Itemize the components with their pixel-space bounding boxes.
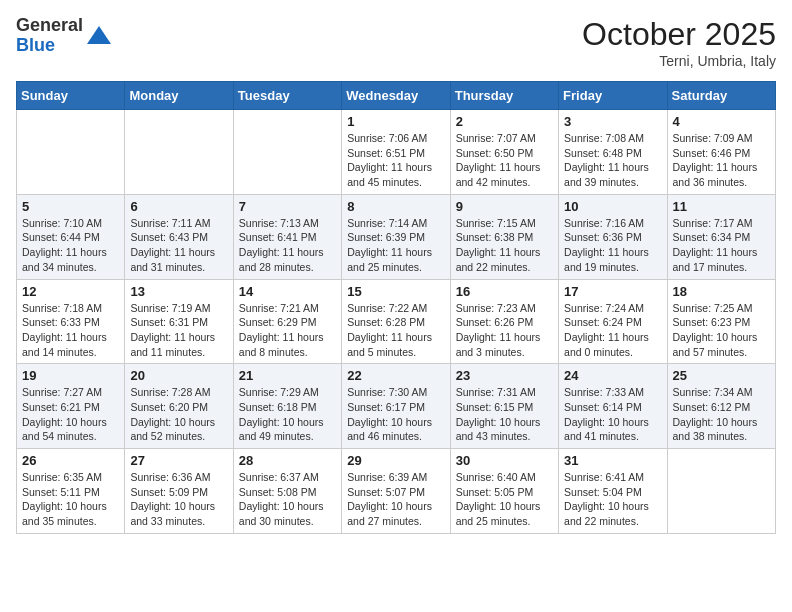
- day-info: Sunrise: 7:13 AM Sunset: 6:41 PM Dayligh…: [239, 216, 336, 275]
- weekday-header-monday: Monday: [125, 82, 233, 110]
- day-number: 28: [239, 453, 336, 468]
- calendar-cell: 30Sunrise: 6:40 AM Sunset: 5:05 PM Dayli…: [450, 449, 558, 534]
- logo-general: General: [16, 16, 83, 36]
- calendar-cell: 31Sunrise: 6:41 AM Sunset: 5:04 PM Dayli…: [559, 449, 667, 534]
- day-number: 7: [239, 199, 336, 214]
- day-info: Sunrise: 6:36 AM Sunset: 5:09 PM Dayligh…: [130, 470, 227, 529]
- day-number: 17: [564, 284, 661, 299]
- day-number: 9: [456, 199, 553, 214]
- day-number: 25: [673, 368, 770, 383]
- calendar-cell: 18Sunrise: 7:25 AM Sunset: 6:23 PM Dayli…: [667, 279, 775, 364]
- day-info: Sunrise: 7:33 AM Sunset: 6:14 PM Dayligh…: [564, 385, 661, 444]
- day-info: Sunrise: 6:39 AM Sunset: 5:07 PM Dayligh…: [347, 470, 444, 529]
- weekday-header-wednesday: Wednesday: [342, 82, 450, 110]
- calendar-cell: 20Sunrise: 7:28 AM Sunset: 6:20 PM Dayli…: [125, 364, 233, 449]
- day-number: 13: [130, 284, 227, 299]
- day-info: Sunrise: 6:40 AM Sunset: 5:05 PM Dayligh…: [456, 470, 553, 529]
- day-number: 14: [239, 284, 336, 299]
- calendar-cell: 6Sunrise: 7:11 AM Sunset: 6:43 PM Daylig…: [125, 194, 233, 279]
- calendar-cell: 25Sunrise: 7:34 AM Sunset: 6:12 PM Dayli…: [667, 364, 775, 449]
- weekday-header-tuesday: Tuesday: [233, 82, 341, 110]
- calendar-cell: 19Sunrise: 7:27 AM Sunset: 6:21 PM Dayli…: [17, 364, 125, 449]
- day-number: 18: [673, 284, 770, 299]
- day-number: 31: [564, 453, 661, 468]
- calendar-cell: 11Sunrise: 7:17 AM Sunset: 6:34 PM Dayli…: [667, 194, 775, 279]
- calendar-cell: 27Sunrise: 6:36 AM Sunset: 5:09 PM Dayli…: [125, 449, 233, 534]
- day-info: Sunrise: 7:06 AM Sunset: 6:51 PM Dayligh…: [347, 131, 444, 190]
- day-number: 11: [673, 199, 770, 214]
- day-number: 3: [564, 114, 661, 129]
- day-number: 20: [130, 368, 227, 383]
- day-info: Sunrise: 7:08 AM Sunset: 6:48 PM Dayligh…: [564, 131, 661, 190]
- day-info: Sunrise: 7:14 AM Sunset: 6:39 PM Dayligh…: [347, 216, 444, 275]
- day-number: 5: [22, 199, 119, 214]
- calendar-cell: 16Sunrise: 7:23 AM Sunset: 6:26 PM Dayli…: [450, 279, 558, 364]
- weekday-header-sunday: Sunday: [17, 82, 125, 110]
- calendar-cell: 5Sunrise: 7:10 AM Sunset: 6:44 PM Daylig…: [17, 194, 125, 279]
- day-info: Sunrise: 7:23 AM Sunset: 6:26 PM Dayligh…: [456, 301, 553, 360]
- day-info: Sunrise: 7:15 AM Sunset: 6:38 PM Dayligh…: [456, 216, 553, 275]
- calendar-cell: 3Sunrise: 7:08 AM Sunset: 6:48 PM Daylig…: [559, 110, 667, 195]
- day-number: 30: [456, 453, 553, 468]
- day-number: 6: [130, 199, 227, 214]
- calendar-cell: 13Sunrise: 7:19 AM Sunset: 6:31 PM Dayli…: [125, 279, 233, 364]
- calendar-cell: 26Sunrise: 6:35 AM Sunset: 5:11 PM Dayli…: [17, 449, 125, 534]
- day-number: 12: [22, 284, 119, 299]
- day-info: Sunrise: 7:17 AM Sunset: 6:34 PM Dayligh…: [673, 216, 770, 275]
- calendar-cell: 15Sunrise: 7:22 AM Sunset: 6:28 PM Dayli…: [342, 279, 450, 364]
- day-info: Sunrise: 7:09 AM Sunset: 6:46 PM Dayligh…: [673, 131, 770, 190]
- day-number: 4: [673, 114, 770, 129]
- calendar-cell: 7Sunrise: 7:13 AM Sunset: 6:41 PM Daylig…: [233, 194, 341, 279]
- day-info: Sunrise: 7:25 AM Sunset: 6:23 PM Dayligh…: [673, 301, 770, 360]
- day-info: Sunrise: 7:19 AM Sunset: 6:31 PM Dayligh…: [130, 301, 227, 360]
- logo-icon: [85, 22, 113, 50]
- day-info: Sunrise: 7:10 AM Sunset: 6:44 PM Dayligh…: [22, 216, 119, 275]
- logo-blue: Blue: [16, 36, 83, 56]
- day-info: Sunrise: 7:31 AM Sunset: 6:15 PM Dayligh…: [456, 385, 553, 444]
- calendar-cell: 8Sunrise: 7:14 AM Sunset: 6:39 PM Daylig…: [342, 194, 450, 279]
- day-number: 27: [130, 453, 227, 468]
- day-info: Sunrise: 6:37 AM Sunset: 5:08 PM Dayligh…: [239, 470, 336, 529]
- calendar-cell: 28Sunrise: 6:37 AM Sunset: 5:08 PM Dayli…: [233, 449, 341, 534]
- calendar-cell: 24Sunrise: 7:33 AM Sunset: 6:14 PM Dayli…: [559, 364, 667, 449]
- calendar-cell: 1Sunrise: 7:06 AM Sunset: 6:51 PM Daylig…: [342, 110, 450, 195]
- day-number: 8: [347, 199, 444, 214]
- calendar-week-row: 19Sunrise: 7:27 AM Sunset: 6:21 PM Dayli…: [17, 364, 776, 449]
- day-info: Sunrise: 7:21 AM Sunset: 6:29 PM Dayligh…: [239, 301, 336, 360]
- day-number: 24: [564, 368, 661, 383]
- day-info: Sunrise: 7:16 AM Sunset: 6:36 PM Dayligh…: [564, 216, 661, 275]
- weekday-header-thursday: Thursday: [450, 82, 558, 110]
- day-info: Sunrise: 6:35 AM Sunset: 5:11 PM Dayligh…: [22, 470, 119, 529]
- day-number: 2: [456, 114, 553, 129]
- calendar-cell: 23Sunrise: 7:31 AM Sunset: 6:15 PM Dayli…: [450, 364, 558, 449]
- day-number: 22: [347, 368, 444, 383]
- day-info: Sunrise: 7:07 AM Sunset: 6:50 PM Dayligh…: [456, 131, 553, 190]
- day-number: 29: [347, 453, 444, 468]
- weekday-header-row: SundayMondayTuesdayWednesdayThursdayFrid…: [17, 82, 776, 110]
- calendar-week-row: 12Sunrise: 7:18 AM Sunset: 6:33 PM Dayli…: [17, 279, 776, 364]
- day-info: Sunrise: 7:34 AM Sunset: 6:12 PM Dayligh…: [673, 385, 770, 444]
- calendar-table: SundayMondayTuesdayWednesdayThursdayFrid…: [16, 81, 776, 534]
- calendar-cell: 9Sunrise: 7:15 AM Sunset: 6:38 PM Daylig…: [450, 194, 558, 279]
- calendar-week-row: 1Sunrise: 7:06 AM Sunset: 6:51 PM Daylig…: [17, 110, 776, 195]
- weekday-header-friday: Friday: [559, 82, 667, 110]
- day-info: Sunrise: 7:22 AM Sunset: 6:28 PM Dayligh…: [347, 301, 444, 360]
- location: Terni, Umbria, Italy: [582, 53, 776, 69]
- day-number: 26: [22, 453, 119, 468]
- weekday-header-saturday: Saturday: [667, 82, 775, 110]
- calendar-week-row: 5Sunrise: 7:10 AM Sunset: 6:44 PM Daylig…: [17, 194, 776, 279]
- calendar-cell: 10Sunrise: 7:16 AM Sunset: 6:36 PM Dayli…: [559, 194, 667, 279]
- month-title: October 2025: [582, 16, 776, 53]
- svg-marker-0: [87, 26, 111, 44]
- calendar-cell: 2Sunrise: 7:07 AM Sunset: 6:50 PM Daylig…: [450, 110, 558, 195]
- day-info: Sunrise: 7:24 AM Sunset: 6:24 PM Dayligh…: [564, 301, 661, 360]
- calendar-week-row: 26Sunrise: 6:35 AM Sunset: 5:11 PM Dayli…: [17, 449, 776, 534]
- day-number: 15: [347, 284, 444, 299]
- day-number: 21: [239, 368, 336, 383]
- day-number: 1: [347, 114, 444, 129]
- calendar-cell: [125, 110, 233, 195]
- calendar-cell: 14Sunrise: 7:21 AM Sunset: 6:29 PM Dayli…: [233, 279, 341, 364]
- title-block: October 2025 Terni, Umbria, Italy: [582, 16, 776, 69]
- calendar-cell: 12Sunrise: 7:18 AM Sunset: 6:33 PM Dayli…: [17, 279, 125, 364]
- calendar-cell: 29Sunrise: 6:39 AM Sunset: 5:07 PM Dayli…: [342, 449, 450, 534]
